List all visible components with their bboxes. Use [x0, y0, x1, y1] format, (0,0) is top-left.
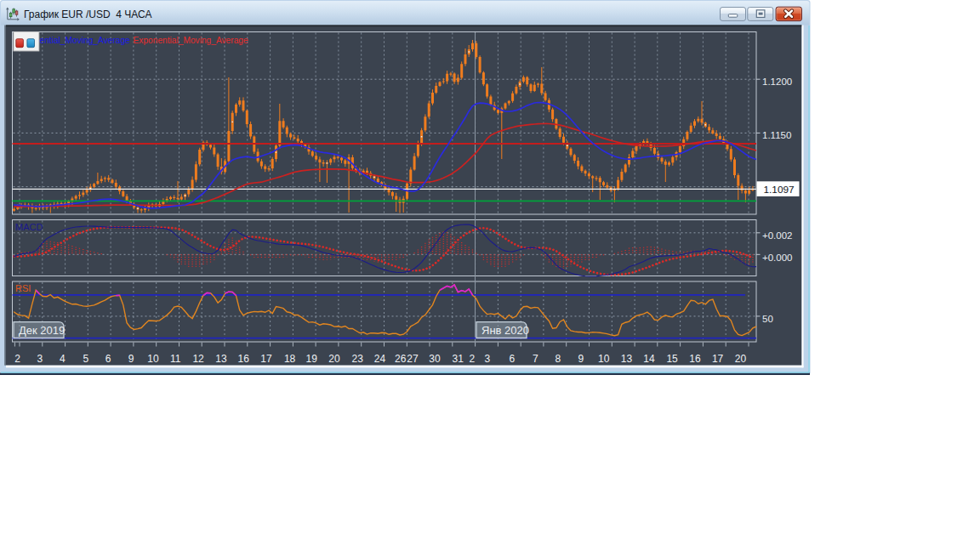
- svg-text:MACD: MACD: [15, 222, 43, 232]
- svg-text:График EUR /USD 4 ЧАСА: График EUR /USD 4 ЧАСА: [24, 9, 152, 20]
- svg-text:13: 13: [215, 353, 227, 365]
- svg-text:23: 23: [352, 353, 364, 365]
- svg-text:6: 6: [509, 353, 515, 365]
- svg-text:17: 17: [712, 353, 724, 365]
- svg-text:Exponential_Moving_Average: Exponential_Moving_Average: [134, 36, 249, 45]
- svg-text:26: 26: [395, 353, 407, 365]
- svg-text:31: 31: [453, 353, 464, 365]
- svg-text:13: 13: [621, 353, 633, 365]
- svg-text:+0.000: +0.000: [762, 253, 793, 263]
- svg-text:50: 50: [762, 314, 773, 324]
- svg-text:1.1097: 1.1097: [764, 184, 795, 196]
- svg-text:2: 2: [470, 353, 476, 365]
- svg-text:+0.002: +0.002: [762, 230, 793, 241]
- svg-text:10: 10: [598, 353, 610, 365]
- svg-text:11: 11: [170, 353, 181, 365]
- svg-text:5: 5: [83, 353, 89, 365]
- svg-text:18: 18: [284, 353, 296, 365]
- svg-text:12: 12: [192, 353, 204, 365]
- svg-text:10: 10: [147, 353, 159, 365]
- svg-text:7: 7: [533, 353, 538, 365]
- svg-text:4: 4: [60, 353, 66, 365]
- svg-text:3: 3: [37, 353, 43, 365]
- svg-text:19: 19: [306, 353, 318, 365]
- svg-text:1.1200: 1.1200: [762, 77, 792, 87]
- svg-text:Янв 2020: Янв 2020: [481, 324, 529, 337]
- svg-text:15: 15: [666, 353, 678, 365]
- svg-text:24: 24: [374, 353, 386, 365]
- svg-text:27: 27: [407, 353, 419, 365]
- svg-text:9: 9: [578, 353, 584, 365]
- svg-text:30: 30: [429, 353, 441, 365]
- svg-text:RSI: RSI: [15, 283, 31, 293]
- svg-text:16: 16: [689, 353, 701, 365]
- svg-text:20: 20: [735, 353, 747, 365]
- svg-text:2: 2: [14, 353, 20, 365]
- svg-text:3: 3: [485, 353, 491, 365]
- svg-text:20: 20: [328, 353, 340, 365]
- svg-text:6: 6: [105, 353, 111, 365]
- svg-text:17: 17: [260, 353, 272, 365]
- svg-text:9: 9: [128, 353, 134, 365]
- svg-text:14: 14: [643, 353, 655, 365]
- svg-text:16: 16: [238, 353, 250, 365]
- svg-text:Дек 2019: Дек 2019: [19, 324, 65, 337]
- svg-text:ential_Moving_Average: ential_Moving_Average: [40, 36, 131, 45]
- svg-text:8: 8: [555, 353, 561, 365]
- svg-text:1.1150: 1.1150: [762, 130, 791, 140]
